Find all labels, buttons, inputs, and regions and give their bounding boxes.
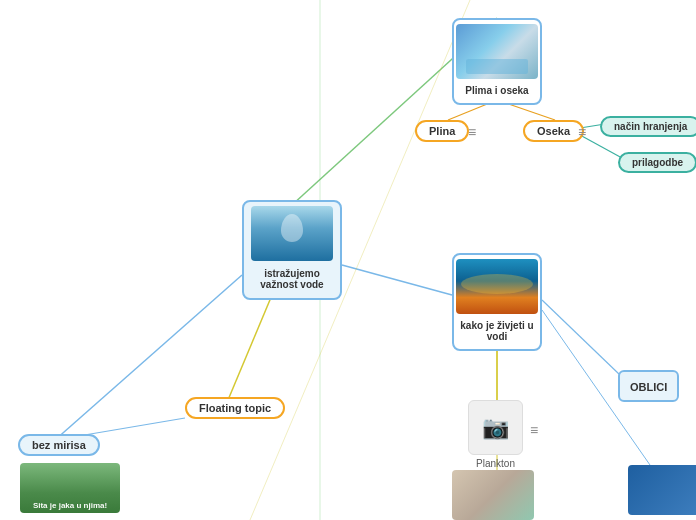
oseka-label: Oseka (523, 120, 584, 142)
prilagodbe-node[interactable]: prilagodbe (618, 152, 696, 173)
blue-box-image (628, 465, 696, 515)
plankton-label: Plankton (476, 458, 515, 469)
plima-image (456, 24, 538, 79)
nacin-hranjenja-node[interactable]: način hranjenja (600, 116, 696, 137)
bez-mirisa-node[interactable]: bez mirisa (18, 434, 100, 456)
bez-mirisa-label: bez mirisa (18, 434, 100, 456)
kako-zivjeti-label: kako je živjeti u vodi (458, 317, 536, 345)
floating-topic-label: Floating topic (185, 397, 285, 419)
oblici-node[interactable]: OBLICI (618, 370, 679, 402)
kako-zivjeti-node[interactable]: kako je živjeti u vodi (452, 253, 542, 351)
plina-node[interactable]: Plina (415, 120, 469, 142)
main-node-image (251, 206, 333, 261)
plima-oseka-node[interactable]: Plima i oseka (452, 18, 542, 105)
grass-image (20, 463, 120, 513)
main-node-label: istražujemo važnost vode (248, 264, 336, 294)
plina-label: Plina (415, 120, 469, 142)
oblici-label: OBLICI (630, 381, 667, 393)
ruke-node[interactable] (452, 470, 534, 520)
floating-topic-node[interactable]: Floating topic (185, 397, 285, 419)
oseka-node[interactable]: Oseka (523, 120, 584, 142)
oseka-lines: ≡ (578, 124, 586, 140)
nacin-hranjenja-label: način hranjenja (600, 116, 696, 137)
plankton-node[interactable]: 📷 Plankton (468, 400, 523, 469)
blue-box-node[interactable] (628, 465, 696, 515)
plima-oseka-label: Plima i oseka (463, 82, 530, 99)
grass-node[interactable] (20, 463, 120, 513)
ruke-image (452, 470, 534, 520)
plankton-lines: ≡ (530, 422, 538, 438)
prilagodbe-label: prilagodbe (618, 152, 696, 173)
plina-lines: ≡ (468, 124, 476, 140)
plankton-icon: 📷 (468, 400, 523, 455)
koralji-image (456, 259, 538, 314)
main-node[interactable]: istražujemo važnost vode (242, 200, 342, 300)
